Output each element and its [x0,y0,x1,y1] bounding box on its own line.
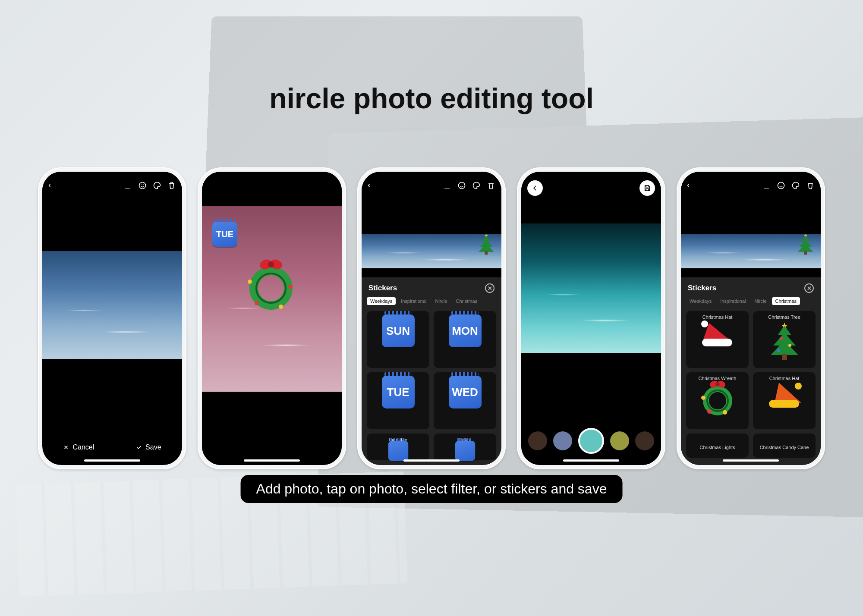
svg-point-1 [141,185,142,185]
save-label: Save [145,443,161,451]
stickers-panel: Stickers ✕ Weekdays Inspirational Nircle… [681,277,821,465]
sticker-friday[interactable]: friday [434,434,496,460]
save-button[interactable]: Save [136,443,161,451]
svg-point-4 [778,182,784,189]
back-icon[interactable]: ‹ [687,180,690,190]
filter-swatch-1[interactable] [553,431,572,450]
caption-bar: Add photo, tap on photo, select filter, … [241,475,623,503]
tab-inspirational[interactable]: Inspirational [397,297,430,305]
tree-sticker: ★ [478,234,495,255]
phone-mock-2: TUE [198,167,346,469]
sticker-christmas-lights[interactable]: Christmas Lights [686,434,749,458]
back-button[interactable] [527,180,543,196]
sticker-sunday[interactable]: sunday SUN [367,311,429,368]
phone-row: ‹ Cancel Save [0,167,863,469]
trash-icon[interactable] [167,181,176,190]
photo-canvas[interactable] [42,191,182,430]
photo-canvas[interactable] [521,172,661,465]
sticker-tabs: Weekdays Inspirational Nircle Christmas [362,297,501,309]
phone-mock-5: ‹ ★ Stickers ✕ Weekdays [677,167,825,469]
emoji-icon[interactable] [777,181,785,190]
filter-swatch-4[interactable] [635,431,654,450]
tab-inspirational[interactable]: Inspirational [717,297,749,305]
sticker-christmas-hat-alt[interactable]: Christmas Hat [753,372,816,429]
phone-mock-3: ‹ ★ Stickers ✕ Weekdays [357,167,506,469]
sticker-christmas-wreath[interactable]: Christmas Wreath [686,372,749,429]
sticker-grid: Christmas Hat Christmas Tree ★ [681,309,821,465]
home-indicator [563,459,619,462]
tab-christmas[interactable]: Christmas [772,297,800,305]
palette-icon[interactable] [472,181,481,190]
close-panel-icon[interactable]: ✕ [804,283,814,293]
photo-canvas[interactable]: ★ Stickers ✕ Weekdays Inspirational Nirc… [362,191,501,465]
phone-mock-1: ‹ Cancel Save [38,167,186,469]
panel-title: Stickers [369,284,397,292]
back-icon[interactable]: ‹ [48,180,51,190]
sticker-tabs: Weekdays Inspirational Nircle Christmas [681,297,821,309]
notch [567,176,615,188]
tree-icon: ★ [769,322,800,360]
notch [727,176,775,188]
panel-title: Stickers [688,284,716,292]
filter-swatches [521,428,661,454]
back-icon[interactable]: ‹ [368,180,371,190]
cancel-button[interactable]: Cancel [63,443,94,451]
save-button[interactable] [639,180,655,196]
notch [88,176,136,188]
palette-icon[interactable] [791,181,800,190]
tab-weekdays[interactable]: Weekdays [686,297,715,305]
emoji-icon[interactable] [138,181,147,190]
sticker-thursday[interactable]: thursday [367,434,429,460]
notch [248,176,296,188]
filter-swatch-0[interactable] [528,431,547,450]
photo-canvas[interactable]: ★ Stickers ✕ Weekdays Inspirational Nirc… [681,191,821,465]
emoji-icon[interactable] [457,181,466,190]
palette-icon[interactable] [153,181,161,190]
check-icon [136,444,142,450]
sticker-monday[interactable]: monday MON [434,311,496,368]
tab-christmas[interactable]: Christmas [453,297,481,305]
tab-nircle[interactable]: Nircle [432,297,450,305]
page-title: nircle photo editing tool [0,82,863,115]
santa-hat-alt-icon [767,383,802,409]
filter-swatch-2-selected[interactable] [578,428,604,454]
cancel-label: Cancel [72,443,94,451]
home-indicator [723,459,779,462]
sky-photo-teal [521,223,661,353]
santa-hat-icon [700,322,735,348]
wreath-sticker[interactable] [245,262,297,314]
wreath-icon [700,383,735,418]
close-panel-icon[interactable]: ✕ [485,283,494,293]
photo-canvas[interactable]: TUE [202,172,342,465]
tree-sticker: ★ [797,234,814,255]
home-indicator [244,459,300,462]
notch [408,176,455,188]
trash-icon[interactable] [806,181,815,190]
sticker-tuesday[interactable]: tuesday TUE [367,372,429,429]
calendar-sticker-tue[interactable]: TUE [212,222,237,247]
stickers-panel: Stickers ✕ Weekdays Inspirational Nircle… [362,277,501,465]
tab-nircle[interactable]: Nircle [751,297,770,305]
home-indicator [403,459,460,462]
close-icon [63,444,69,450]
sticker-grid: sunday SUN monday MON tuesday TUE wedn [362,309,501,465]
tab-weekdays[interactable]: Weekdays [367,297,396,305]
sticker-wednesday[interactable]: wednesday WED [434,372,496,429]
svg-point-3 [459,182,465,189]
svg-point-0 [139,182,146,189]
sky-photo [42,251,182,359]
sticker-christmas-hat[interactable]: Christmas Hat [686,311,749,368]
sticker-christmas-candy-cane[interactable]: Christmas Candy Cane [753,434,816,458]
filter-swatch-3[interactable] [610,431,629,450]
phone-mock-4 [517,167,665,469]
home-indicator [84,459,140,462]
trash-icon[interactable] [487,181,495,190]
sticker-christmas-tree[interactable]: Christmas Tree ★ [753,311,816,368]
svg-point-2 [143,185,144,185]
